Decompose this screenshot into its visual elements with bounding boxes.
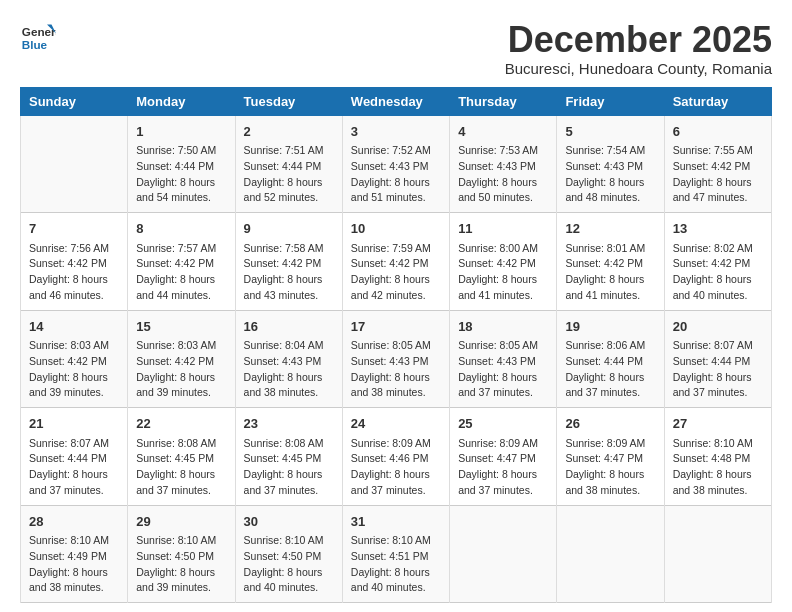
- day-info-line: Daylight: 8 hours: [673, 272, 763, 288]
- day-info-line: Sunset: 4:44 PM: [136, 159, 226, 175]
- day-info-line: Sunset: 4:42 PM: [29, 256, 119, 272]
- day-info-line: and 37 minutes.: [29, 483, 119, 499]
- day-info-line: Sunrise: 8:08 AM: [244, 436, 334, 452]
- day-number: 9: [244, 219, 334, 239]
- day-info-line: Sunrise: 8:07 AM: [29, 436, 119, 452]
- day-info-line: and 38 minutes.: [351, 385, 441, 401]
- day-number: 14: [29, 317, 119, 337]
- day-info-line: Sunrise: 7:52 AM: [351, 143, 441, 159]
- day-info-line: Sunset: 4:51 PM: [351, 549, 441, 565]
- day-info-line: Sunrise: 7:57 AM: [136, 241, 226, 257]
- day-info-line: Daylight: 8 hours: [351, 467, 441, 483]
- day-info-line: Sunrise: 7:59 AM: [351, 241, 441, 257]
- day-number: 23: [244, 414, 334, 434]
- title-block: December 2025 Bucuresci, Hunedoara Count…: [505, 20, 772, 77]
- day-info-line: and 51 minutes.: [351, 190, 441, 206]
- day-info-line: Daylight: 8 hours: [351, 175, 441, 191]
- day-info-line: and 44 minutes.: [136, 288, 226, 304]
- calendar-week-row: 28Sunrise: 8:10 AMSunset: 4:49 PMDayligh…: [21, 505, 772, 603]
- day-info-line: Sunset: 4:44 PM: [673, 354, 763, 370]
- day-info-line: Daylight: 8 hours: [565, 370, 655, 386]
- calendar-cell: 4Sunrise: 7:53 AMSunset: 4:43 PMDaylight…: [450, 115, 557, 213]
- calendar-week-row: 21Sunrise: 8:07 AMSunset: 4:44 PMDayligh…: [21, 408, 772, 506]
- calendar-cell: 11Sunrise: 8:00 AMSunset: 4:42 PMDayligh…: [450, 213, 557, 311]
- day-info-line: and 40 minutes.: [244, 580, 334, 596]
- day-number: 25: [458, 414, 548, 434]
- day-info-line: and 37 minutes.: [673, 385, 763, 401]
- weekday-header-monday: Monday: [128, 87, 235, 115]
- calendar-cell: 20Sunrise: 8:07 AMSunset: 4:44 PMDayligh…: [664, 310, 771, 408]
- day-info-line: Sunset: 4:42 PM: [351, 256, 441, 272]
- calendar-week-row: 1Sunrise: 7:50 AMSunset: 4:44 PMDaylight…: [21, 115, 772, 213]
- day-info-line: Daylight: 8 hours: [29, 565, 119, 581]
- day-info-line: Sunrise: 7:56 AM: [29, 241, 119, 257]
- day-info-line: Sunrise: 8:04 AM: [244, 338, 334, 354]
- day-number: 26: [565, 414, 655, 434]
- page-header: General Blue December 2025 Bucuresci, Hu…: [20, 20, 772, 77]
- day-info-line: Daylight: 8 hours: [673, 467, 763, 483]
- calendar-week-row: 14Sunrise: 8:03 AMSunset: 4:42 PMDayligh…: [21, 310, 772, 408]
- day-info-line: and 41 minutes.: [565, 288, 655, 304]
- svg-text:Blue: Blue: [22, 38, 48, 51]
- day-number: 15: [136, 317, 226, 337]
- calendar-cell: 28Sunrise: 8:10 AMSunset: 4:49 PMDayligh…: [21, 505, 128, 603]
- calendar-cell: 17Sunrise: 8:05 AMSunset: 4:43 PMDayligh…: [342, 310, 449, 408]
- day-number: 19: [565, 317, 655, 337]
- calendar-cell: 24Sunrise: 8:09 AMSunset: 4:46 PMDayligh…: [342, 408, 449, 506]
- day-info-line: Daylight: 8 hours: [244, 565, 334, 581]
- day-number: 2: [244, 122, 334, 142]
- calendar-cell: 5Sunrise: 7:54 AMSunset: 4:43 PMDaylight…: [557, 115, 664, 213]
- calendar-cell: 16Sunrise: 8:04 AMSunset: 4:43 PMDayligh…: [235, 310, 342, 408]
- day-info-line: Daylight: 8 hours: [351, 565, 441, 581]
- day-info-line: Daylight: 8 hours: [673, 175, 763, 191]
- day-info-line: Sunrise: 8:09 AM: [458, 436, 548, 452]
- day-info-line: Sunset: 4:43 PM: [351, 354, 441, 370]
- day-info-line: and 37 minutes.: [136, 483, 226, 499]
- day-info-line: and 38 minutes.: [565, 483, 655, 499]
- day-info-line: Sunrise: 8:10 AM: [673, 436, 763, 452]
- day-info-line: Daylight: 8 hours: [29, 467, 119, 483]
- location-subtitle: Bucuresci, Hunedoara County, Romania: [505, 60, 772, 77]
- day-info-line: Daylight: 8 hours: [458, 467, 548, 483]
- day-info-line: Sunset: 4:45 PM: [136, 451, 226, 467]
- calendar-cell: 19Sunrise: 8:06 AMSunset: 4:44 PMDayligh…: [557, 310, 664, 408]
- day-info-line: Sunrise: 8:01 AM: [565, 241, 655, 257]
- day-number: 11: [458, 219, 548, 239]
- weekday-header-saturday: Saturday: [664, 87, 771, 115]
- day-info-line: and 37 minutes.: [458, 483, 548, 499]
- day-info-line: Sunrise: 8:10 AM: [136, 533, 226, 549]
- calendar-cell: 22Sunrise: 8:08 AMSunset: 4:45 PMDayligh…: [128, 408, 235, 506]
- day-info-line: Sunset: 4:47 PM: [565, 451, 655, 467]
- day-info-line: and 38 minutes.: [29, 580, 119, 596]
- calendar-cell: 10Sunrise: 7:59 AMSunset: 4:42 PMDayligh…: [342, 213, 449, 311]
- day-info-line: Sunrise: 7:58 AM: [244, 241, 334, 257]
- calendar-cell: 12Sunrise: 8:01 AMSunset: 4:42 PMDayligh…: [557, 213, 664, 311]
- month-title: December 2025: [505, 20, 772, 60]
- day-number: 13: [673, 219, 763, 239]
- day-info-line: and 38 minutes.: [244, 385, 334, 401]
- calendar-cell: 31Sunrise: 8:10 AMSunset: 4:51 PMDayligh…: [342, 505, 449, 603]
- day-info-line: Sunset: 4:42 PM: [136, 256, 226, 272]
- day-number: 4: [458, 122, 548, 142]
- day-number: 1: [136, 122, 226, 142]
- day-info-line: Daylight: 8 hours: [673, 370, 763, 386]
- day-info-line: Sunset: 4:47 PM: [458, 451, 548, 467]
- day-info-line: Sunrise: 7:50 AM: [136, 143, 226, 159]
- day-info-line: and 48 minutes.: [565, 190, 655, 206]
- day-info-line: Daylight: 8 hours: [458, 175, 548, 191]
- day-info-line: Daylight: 8 hours: [136, 467, 226, 483]
- calendar-cell: 2Sunrise: 7:51 AMSunset: 4:44 PMDaylight…: [235, 115, 342, 213]
- day-info-line: Sunrise: 7:55 AM: [673, 143, 763, 159]
- day-info-line: Sunset: 4:43 PM: [351, 159, 441, 175]
- day-info-line: Daylight: 8 hours: [244, 370, 334, 386]
- calendar-cell: [450, 505, 557, 603]
- calendar-cell: 30Sunrise: 8:10 AMSunset: 4:50 PMDayligh…: [235, 505, 342, 603]
- day-info-line: Sunrise: 7:54 AM: [565, 143, 655, 159]
- calendar-cell: 29Sunrise: 8:10 AMSunset: 4:50 PMDayligh…: [128, 505, 235, 603]
- day-info-line: and 37 minutes.: [458, 385, 548, 401]
- calendar-cell: 7Sunrise: 7:56 AMSunset: 4:42 PMDaylight…: [21, 213, 128, 311]
- calendar-cell: [557, 505, 664, 603]
- day-info-line: and 40 minutes.: [673, 288, 763, 304]
- day-number: 3: [351, 122, 441, 142]
- calendar-cell: 3Sunrise: 7:52 AMSunset: 4:43 PMDaylight…: [342, 115, 449, 213]
